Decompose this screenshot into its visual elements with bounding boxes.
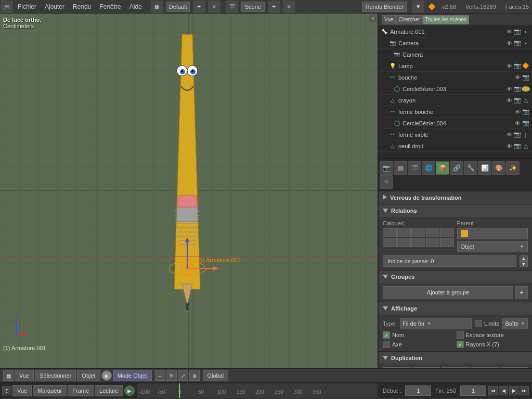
3d-viewport[interactable]: De face ortho. Centimeters <box>0 14 379 368</box>
render-icon-forme-bouche[interactable]: 📷 <box>522 108 530 115</box>
timeline-vue-btn[interactable]: Vue <box>12 385 32 396</box>
dup-groupe-btn[interactable]: Groupe <box>500 367 528 368</box>
outliner-chercher-btn[interactable]: Chercher <box>396 15 422 24</box>
add-group-btn[interactable]: Ajouter à groupe <box>383 286 513 299</box>
add-layout-icon[interactable]: + <box>193 1 205 13</box>
outliner-item-cercle004[interactable]: ◯ CercleBézier.004 👁 📷 <box>379 118 532 129</box>
skip-fwd-btn[interactable]: ⏭ <box>520 386 529 395</box>
eye-icon-lamp[interactable]: 👁 <box>505 63 513 69</box>
vue-btn[interactable]: Vue <box>15 370 34 381</box>
outliner-item-camera-parent[interactable]: 📷 Camera 👁 📷 • <box>379 37 532 49</box>
prop-tab-scene[interactable]: 🎬 <box>408 161 421 175</box>
render-icon-camera[interactable]: 📷 <box>513 40 522 46</box>
current-frame-input[interactable] <box>460 385 486 396</box>
eye-icon-cercle004[interactable]: 👁 <box>513 120 522 126</box>
play-btn[interactable]: ▶ <box>124 385 135 396</box>
verrous-header[interactable]: Verrous de transformation <box>379 191 532 204</box>
eye-icon-crayon[interactable]: 👁 <box>505 97 513 104</box>
layer-btn-8[interactable] <box>411 238 425 247</box>
remove-scene-icon[interactable]: × <box>283 1 295 13</box>
outliner-item-cercle003[interactable]: ◯ CercleBézier.003 👁 📷 <box>379 83 532 95</box>
eye-icon-cercle003[interactable]: 👁 <box>505 86 513 92</box>
layer-btn-9[interactable] <box>426 238 440 247</box>
add-group-plus-btn[interactable]: + <box>515 286 528 299</box>
scene-icon[interactable]: 🎬 <box>226 1 238 13</box>
relations-header[interactable]: Relations <box>379 204 532 217</box>
axe-checkbox[interactable] <box>383 341 390 348</box>
parent-type-selector[interactable]: Objet ▼ <box>457 241 528 252</box>
viewport-close-icon[interactable]: × <box>369 15 377 22</box>
dup-aucun-btn[interactable]: Aucun <box>383 367 411 368</box>
eye-icon-forme-virole[interactable]: 👁 <box>505 132 513 138</box>
rotate-icon[interactable]: ↻ <box>166 370 177 381</box>
pass-index-up[interactable]: ▲ <box>520 255 528 261</box>
prop-tab-material[interactable]: 🎨 <box>492 161 505 175</box>
espace-texture-checkbox[interactable] <box>457 331 464 339</box>
layer-btn-7[interactable] <box>397 238 411 247</box>
timeline-frame-btn[interactable]: Frame <box>68 385 94 396</box>
eye-icon-oeil[interactable]: 👁 <box>505 143 513 149</box>
menu-aide[interactable]: Aide <box>125 2 146 11</box>
menu-fichier[interactable]: Fichier <box>14 2 41 11</box>
eye-icon-bouche[interactable]: 👁 <box>513 74 522 81</box>
render-engine-dropdown[interactable]: ▼ <box>412 1 424 13</box>
eye-icon-forme-bouche[interactable]: 👁 <box>513 109 522 115</box>
pass-index-btn[interactable]: Indice de passe: 0 <box>383 255 516 267</box>
render-icon[interactable]: 📷 <box>513 28 522 35</box>
limite-checkbox[interactable] <box>475 320 482 327</box>
prop-tab-object[interactable]: 📦 <box>436 161 449 175</box>
menu-ajouter[interactable]: Ajouter <box>41 2 69 11</box>
add-scene-icon[interactable]: + <box>268 1 280 13</box>
outliner-item-forme-virole[interactable]: 〰 forme virole 👁 📷 | <box>379 129 532 140</box>
outliner-item-oeil-droit[interactable]: △ oeuil droit 👁 📷 △ <box>379 140 532 152</box>
objet-btn[interactable]: Objet <box>77 370 100 381</box>
blender-icon[interactable]: 🎮 <box>1 1 13 13</box>
global-btn[interactable]: Global <box>203 370 229 381</box>
prop-tab-physics[interactable]: ⚛ <box>380 175 393 189</box>
eye-icon-camera[interactable]: 👁 <box>505 40 513 46</box>
timeline-marqueur-btn[interactable]: Marqueur <box>33 385 67 396</box>
dup-faces-btn[interactable]: Faces <box>471 367 499 368</box>
pivot-icon[interactable]: ◉ <box>101 370 112 381</box>
render-icon-bouche[interactable]: 📷 <box>522 74 530 81</box>
layer-btn-5[interactable] <box>440 228 454 237</box>
outliner-item-armature[interactable]: 🦴 Armature.001 👁 📷 • <box>379 26 532 37</box>
viewport-toggle[interactable]: ▦ <box>3 370 14 381</box>
move-icon[interactable]: ↔ <box>155 370 165 381</box>
prop-tab-particles[interactable]: ✨ <box>506 161 520 175</box>
render-icon-crayon[interactable]: 📷 <box>513 97 522 104</box>
nom-checkbox[interactable]: ✓ <box>383 331 390 339</box>
render-engine-selector[interactable]: Rendu Blender <box>362 2 407 12</box>
mode-btn[interactable]: Mode Objet <box>113 370 152 381</box>
menu-rendu[interactable]: Rendu <box>69 2 95 11</box>
layer-btn-10[interactable] <box>440 238 454 247</box>
scene-selector[interactable]: Scene <box>241 2 265 12</box>
outliner-item-camera-child[interactable]: 📷 Camera <box>379 49 532 60</box>
pass-index-down[interactable]: ▼ <box>520 261 528 267</box>
render-icon-oeil[interactable]: 📷 <box>513 143 522 149</box>
rayons-x-checkbox[interactable]: ✓ <box>457 341 464 348</box>
skip-back-btn[interactable]: ⏮ <box>488 386 498 395</box>
dup-vertices-btn[interactable]: Vertices <box>441 367 469 368</box>
duplication-header[interactable]: Duplication <box>379 352 532 364</box>
prop-tab-render[interactable]: 📷 <box>380 161 393 175</box>
layer-btn-2[interactable] <box>397 228 411 237</box>
timeline-icon[interactable]: ⏱ <box>2 386 11 395</box>
render-icon-lamp[interactable]: 📷 <box>513 62 522 69</box>
scale-icon[interactable]: ⤢ <box>178 370 188 381</box>
timeline-track[interactable]: -100 -50 0 50 100 150 200 250 300 350 <box>137 383 378 398</box>
outliner-item-forme-bouche[interactable]: 〰 forme bouche 👁 📷 <box>379 106 532 118</box>
eye-icon[interactable]: 👁 <box>505 29 513 35</box>
layer-btn-4[interactable] <box>426 228 440 237</box>
debut-input[interactable] <box>405 385 431 396</box>
groupes-header[interactable]: Groupes <box>379 271 532 283</box>
next-frame-btn[interactable]: ▶ <box>509 386 518 395</box>
prop-tab-modifiers[interactable]: 🔧 <box>464 161 477 175</box>
timeline-lecture-btn[interactable]: Lecture <box>95 385 123 396</box>
layout-selector[interactable]: Default <box>166 2 190 12</box>
screen-layout-icon[interactable]: ▦ <box>151 1 163 13</box>
transform-icon[interactable]: ⊕ <box>189 370 200 381</box>
outliner-vue-btn[interactable]: Vue <box>382 15 396 24</box>
render-icon-forme-virole[interactable]: 📷 <box>513 131 522 138</box>
layer-btn-3[interactable] <box>411 228 425 237</box>
